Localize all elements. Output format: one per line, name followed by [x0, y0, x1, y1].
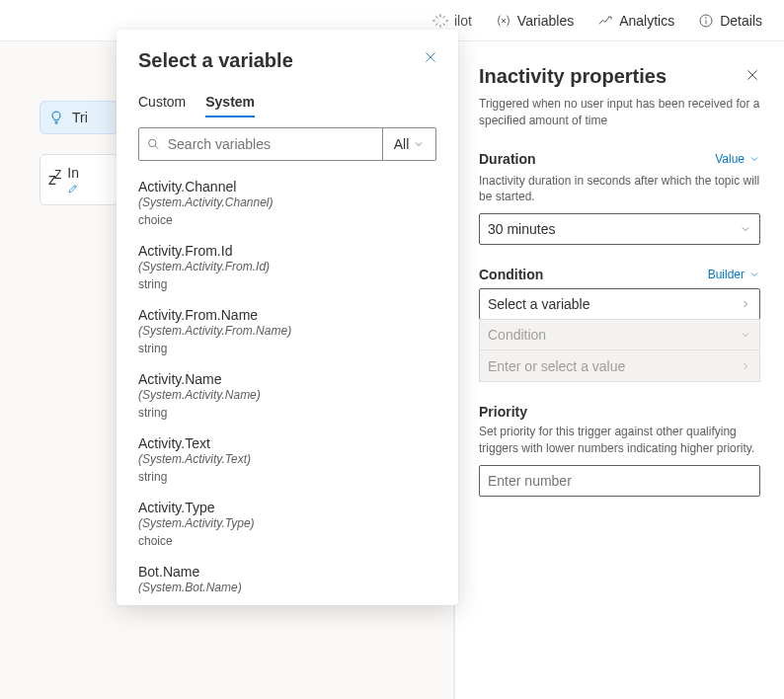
variable-name: Activity.From.Name	[138, 307, 432, 323]
priority-description: Set priority for this trigger against ot…	[479, 424, 760, 457]
variables-icon	[496, 13, 511, 29]
search-icon	[147, 137, 160, 151]
variable-path: (System.Activity.From.Name)	[138, 324, 432, 338]
toolbar-variables-label: Variables	[517, 13, 574, 29]
variable-path: (System.Activity.From.Id)	[138, 260, 432, 273]
variable-name: Activity.Text	[138, 435, 432, 451]
variable-type: string	[138, 277, 432, 291]
variable-path: (System.Activity.Text)	[138, 452, 432, 466]
search-row: All	[138, 127, 436, 161]
chevron-down-icon	[740, 329, 751, 341]
duration-description: Inactivity duration in seconds after whi…	[479, 173, 760, 206]
toolbar-analytics-button[interactable]: Analytics	[588, 7, 684, 35]
variable-path: (System.Activity.Channel)	[138, 195, 432, 209]
variable-path: (System.Bot.Name)	[138, 581, 432, 593]
variable-name: Bot.Name	[138, 564, 432, 580]
popup-title: Select a variable	[138, 49, 436, 72]
properties-title: Inactivity properties	[479, 65, 666, 88]
filter-select[interactable]: All	[382, 128, 435, 160]
chevron-down-icon	[740, 223, 751, 235]
variable-path: (System.Activity.Type)	[138, 516, 432, 530]
condition-value-select[interactable]: Enter or select a value	[479, 350, 760, 382]
variable-type: string	[138, 470, 432, 484]
variable-name: Activity.Type	[138, 500, 432, 515]
svg-line-4	[155, 146, 158, 149]
tab-system[interactable]: System	[205, 88, 255, 117]
priority-label: Priority	[479, 404, 760, 420]
priority-input[interactable]	[488, 473, 751, 489]
toolbar-details-button[interactable]: Details	[688, 7, 772, 35]
duration-label: Duration	[479, 151, 536, 167]
variable-name: Activity.From.Id	[138, 243, 432, 259]
condition-value-placeholder: Enter or select a value	[488, 358, 625, 374]
variable-item[interactable]: Activity.From.Id(System.Activity.From.Id…	[138, 237, 432, 301]
popup-close-button[interactable]	[423, 49, 438, 68]
duration-select[interactable]: 30 minutes	[479, 213, 760, 245]
variable-item[interactable]: Activity.Channel(System.Activity.Channel…	[138, 173, 432, 237]
variable-type: choice	[138, 213, 432, 227]
duration-value: 30 minutes	[488, 221, 555, 237]
analytics-icon	[597, 13, 613, 29]
variable-list[interactable]: Activity.Channel(System.Activity.Channel…	[138, 173, 436, 593]
toolbar-details-label: Details	[720, 13, 762, 29]
inactive-node-label: In	[67, 165, 79, 181]
lightbulb-icon	[48, 110, 64, 125]
properties-panel: Inactivity properties Triggered when no …	[454, 41, 784, 699]
edit-icon	[67, 183, 79, 194]
svg-point-3	[149, 139, 156, 146]
close-icon	[423, 49, 438, 65]
toolbar-analytics-label: Analytics	[619, 13, 674, 29]
variable-item[interactable]: Activity.Text(System.Activity.Text)strin…	[138, 429, 432, 494]
variable-name: Activity.Channel	[138, 179, 432, 194]
chevron-down-icon	[748, 153, 760, 165]
condition-label: Condition	[479, 267, 543, 282]
sparkle-icon	[432, 13, 448, 29]
variable-type: string	[138, 406, 432, 420]
trigger-node-label: Tri	[72, 110, 88, 125]
condition-variable-placeholder: Select a variable	[488, 296, 590, 312]
close-icon	[745, 67, 760, 83]
variable-type: choice	[138, 534, 432, 548]
variable-path: (System.Activity.Name)	[138, 388, 432, 402]
filter-label: All	[394, 136, 410, 152]
toolbar-variables-button[interactable]: Variables	[486, 7, 584, 35]
search-input[interactable]	[168, 136, 374, 152]
variable-type: string	[138, 342, 432, 355]
variable-item[interactable]: Activity.Type(System.Activity.Type)choic…	[138, 494, 432, 558]
chevron-down-icon	[413, 138, 425, 150]
properties-description: Triggered when no user input has been re…	[479, 96, 760, 129]
info-icon	[698, 13, 714, 29]
variable-selector-popup: Select a variable Custom System All Acti…	[117, 30, 458, 605]
zz-icon: zZ	[48, 168, 59, 189]
condition-variable-select[interactable]: Select a variable	[479, 288, 760, 320]
condition-operator-select[interactable]: Condition	[479, 319, 760, 350]
chevron-down-icon	[748, 269, 760, 280]
condition-operator-placeholder: Condition	[488, 327, 546, 343]
svg-point-2	[706, 17, 707, 18]
priority-input-wrapper	[479, 465, 760, 497]
variable-name: Activity.Name	[138, 371, 432, 387]
variable-item[interactable]: Activity.Name(System.Activity.Name)strin…	[138, 365, 432, 429]
variable-item[interactable]: Activity.From.Name(System.Activity.From.…	[138, 301, 432, 365]
chevron-right-icon	[740, 298, 751, 310]
inactive-node[interactable]: zZ In	[39, 154, 118, 205]
duration-mode-toggle[interactable]: Value	[715, 152, 760, 166]
trigger-node[interactable]: Tri	[39, 101, 118, 134]
condition-mode-toggle[interactable]: Builder	[708, 268, 760, 281]
properties-close-button[interactable]	[745, 67, 760, 86]
toolbar-copilot-label: ilot	[454, 13, 472, 29]
chevron-right-icon	[740, 360, 751, 372]
tab-custom[interactable]: Custom	[138, 88, 186, 117]
popup-tabs: Custom System	[138, 88, 436, 117]
variable-item[interactable]: Bot.Name(System.Bot.Name)string	[138, 558, 432, 593]
